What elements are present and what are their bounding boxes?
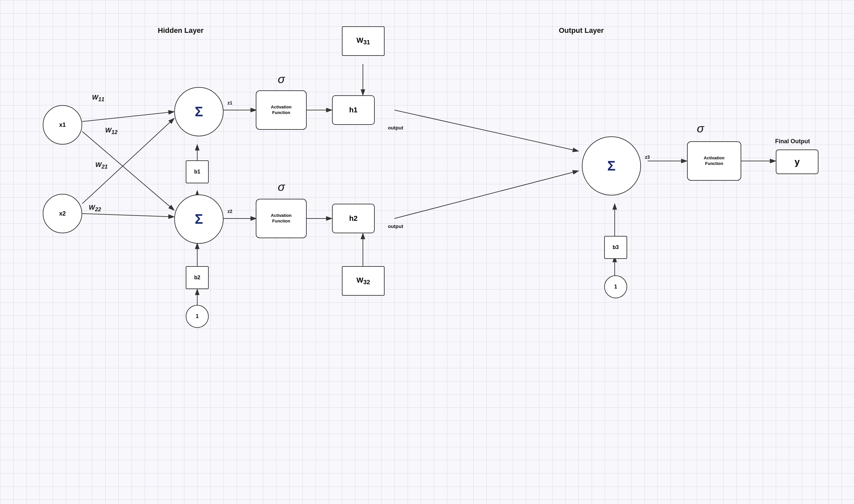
w22-label: W22 [89, 204, 101, 213]
bias3-node: 1 [604, 275, 627, 298]
z2-label: z2 [228, 209, 232, 214]
b2-node: b2 [186, 266, 209, 289]
act3-label: ActivationFunction [704, 156, 725, 166]
b1-node: b1 [186, 160, 209, 183]
grid-background [0, 0, 854, 504]
w31-node: W31 [342, 26, 385, 56]
w21-label: W21 [95, 161, 107, 170]
svg-line-1 [82, 112, 174, 122]
sum3-node: Σ [582, 136, 641, 196]
b3-node: b3 [604, 236, 627, 259]
bias2-label: 1 [196, 313, 199, 319]
z3-label: z3 [645, 155, 650, 160]
act3-node: ActivationFunction [687, 141, 741, 181]
svg-line-16 [394, 171, 579, 218]
w11-label: W11 [92, 94, 104, 103]
x1-label: x1 [59, 122, 66, 128]
h1-node: h1 [332, 95, 375, 125]
w12-label: W12 [105, 126, 117, 136]
h2-node: h2 [332, 204, 375, 233]
sum1-node: Σ [174, 87, 224, 136]
sum1-label: Σ [195, 104, 203, 120]
sigma3-label: σ [697, 122, 704, 136]
w32-label: W32 [356, 276, 370, 286]
x2-node: x2 [43, 194, 82, 233]
act1-label: ActivationFunction [271, 105, 291, 116]
h2-label: h2 [349, 214, 358, 223]
bias3-label: 1 [615, 284, 617, 290]
act2-label: ActivationFunction [271, 213, 291, 224]
h1-label: h1 [349, 106, 358, 114]
sum2-node: Σ [174, 195, 224, 244]
svg-line-2 [82, 131, 174, 210]
sum3-label: Σ [607, 158, 615, 174]
bias2-node: 1 [186, 305, 209, 328]
b3-label: b3 [613, 245, 619, 250]
svg-line-4 [82, 214, 174, 217]
w31-label: W31 [356, 36, 370, 46]
connection-arrows [0, 0, 854, 504]
w32-node: W32 [342, 266, 385, 296]
output2-label: output [388, 223, 403, 229]
output1-label: output [388, 125, 403, 130]
hidden-layer-title: Hidden Layer [158, 26, 203, 35]
sum2-label: Σ [195, 211, 203, 227]
y-label: y [795, 157, 800, 167]
output-layer-title: Output Layer [559, 26, 604, 35]
y-node: y [776, 149, 818, 174]
act2-node: ActivationFunction [256, 199, 307, 238]
sigma2-label: σ [278, 180, 285, 194]
final-output-label: Final Output [775, 138, 810, 145]
b2-label: b2 [194, 275, 200, 281]
b1-label: b1 [194, 169, 200, 175]
svg-line-15 [394, 110, 579, 151]
z1-label: z1 [228, 100, 232, 106]
x2-label: x2 [59, 210, 66, 217]
act1-node: ActivationFunction [256, 90, 307, 130]
sigma1-label: σ [278, 72, 285, 86]
x1-node: x1 [43, 105, 82, 145]
